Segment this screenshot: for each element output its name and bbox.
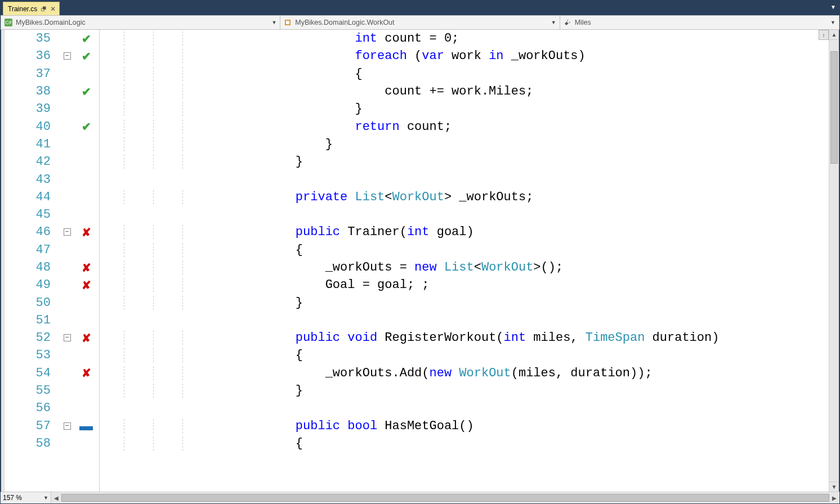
coverage-gutter: ✔ <box>75 120 97 133</box>
code-line[interactable]: 46−✘ public Trainer(int goal) <box>5 223 829 241</box>
code-text[interactable]: foreach (var work in _workOuts) <box>97 49 586 63</box>
collapse-icon[interactable]: − <box>64 422 71 430</box>
code-line[interactable]: 44 private List<WorkOut> _workOuts; <box>5 188 829 206</box>
code-text[interactable]: Goal = goal; ; <box>97 278 430 292</box>
scroll-track[interactable] <box>829 40 839 482</box>
coverage-gutter: ✘ <box>75 226 97 239</box>
line-number: 53 <box>5 348 59 362</box>
code-text[interactable]: } <box>97 137 333 151</box>
code-line[interactable]: 50 } <box>5 294 829 311</box>
scroll-down-icon[interactable]: ▼ <box>829 482 839 492</box>
horizontal-scrollbar[interactable]: ◀ ▶ <box>51 493 839 503</box>
coverage-gutter: ✔ <box>75 50 97 63</box>
collapse-icon[interactable]: − <box>64 52 71 60</box>
code-line[interactable]: 48✘ _workOuts = new List<WorkOut>(); <box>5 259 829 276</box>
scroll-thumb[interactable] <box>830 51 838 164</box>
collapse-icon[interactable]: − <box>64 228 71 236</box>
line-number: 39 <box>5 102 59 116</box>
editor-window: Trainer.cs ⮻ ✕ ▼ C# MyBikes.DomainLogic … <box>0 0 840 504</box>
coverage-gutter: ✘ <box>75 278 97 292</box>
code-line[interactable]: 42 } <box>5 153 829 170</box>
code-text[interactable]: int count = 0; <box>97 32 459 46</box>
code-line[interactable]: 40✔ return count; <box>5 118 829 135</box>
code-text[interactable]: } <box>97 102 363 116</box>
editor-area: ↕ 35✔ int count = 0;36−✔ foreach (var wo… <box>1 30 839 492</box>
code-line[interactable]: 53 { <box>5 346 829 364</box>
code-line[interactable]: 56 <box>5 399 829 417</box>
collapse-icon[interactable]: − <box>64 334 71 341</box>
hscroll-thumb[interactable] <box>61 494 829 502</box>
covered-icon: ✔ <box>82 85 91 98</box>
code-line[interactable]: 43 <box>5 170 829 188</box>
code-editor[interactable]: ↕ 35✔ int count = 0;36−✔ foreach (var wo… <box>5 30 829 492</box>
line-number: 45 <box>5 208 59 222</box>
not-covered-icon: ✘ <box>82 261 91 274</box>
outline-gutter[interactable]: − <box>59 52 75 60</box>
code-text[interactable]: private List<WorkOut> _workOuts; <box>97 190 533 204</box>
vertical-scrollbar[interactable]: ▲ ▼ <box>829 30 839 492</box>
outline-gutter[interactable]: − <box>59 422 75 430</box>
tab-menu-dropdown-icon[interactable]: ▼ <box>830 4 836 10</box>
code-text[interactable]: public Trainer(int goal) <box>97 225 474 239</box>
code-text[interactable]: _workOuts.Add(new WorkOut(miles, duratio… <box>97 366 653 380</box>
member-dropdown[interactable]: Miles ▼ <box>560 16 839 29</box>
code-line[interactable]: 37 { <box>5 65 829 83</box>
line-number: 57 <box>5 419 59 433</box>
code-line[interactable]: 49✘ Goal = goal; ; <box>5 276 829 294</box>
line-number: 37 <box>5 67 59 81</box>
scroll-right-icon[interactable]: ▶ <box>829 493 839 503</box>
code-text[interactable]: { <box>97 348 303 362</box>
code-line[interactable]: 35✔ int count = 0; <box>5 30 829 47</box>
zoom-dropdown[interactable]: 157 % ▼ <box>1 492 51 503</box>
code-line[interactable]: 38✔ count += work.Miles; <box>5 83 829 100</box>
not-covered-icon: ✘ <box>82 366 91 380</box>
file-tab[interactable]: Trainer.cs ⮻ ✕ <box>3 2 60 15</box>
code-text[interactable]: } <box>97 384 303 398</box>
code-line[interactable]: 41 } <box>5 136 829 153</box>
not-covered-icon: ✘ <box>82 278 91 292</box>
code-line[interactable]: 52−✘ public void RegisterWorkout(int mil… <box>5 329 829 346</box>
code-line[interactable]: 58 { <box>5 435 829 452</box>
code-line[interactable]: 39 } <box>5 100 829 118</box>
scroll-left-icon[interactable]: ◀ <box>51 493 61 503</box>
code-line[interactable]: 45 <box>5 206 829 223</box>
hscroll-track[interactable] <box>61 493 829 503</box>
code-text[interactable]: public void RegisterWorkout(int miles, T… <box>97 331 719 345</box>
code-lines[interactable]: 35✔ int count = 0;36−✔ foreach (var work… <box>5 30 829 492</box>
code-line[interactable]: 51 <box>5 312 829 329</box>
coverage-gutter: ✔ <box>75 85 97 98</box>
code-text[interactable]: { <box>97 67 363 81</box>
scroll-up-icon[interactable]: ▲ <box>829 30 839 40</box>
code-line[interactable]: 55 } <box>5 382 829 399</box>
code-text[interactable]: } <box>97 296 303 310</box>
tab-title: Trainer.cs <box>8 5 37 13</box>
namespace-dropdown[interactable]: C# MyBikes.DomainLogic ▼ <box>1 16 280 29</box>
code-line[interactable]: 36−✔ foreach (var work in _workOuts) <box>5 47 829 65</box>
class-dropdown[interactable]: MyBikes.DomainLogic.WorkOut ▼ <box>280 16 560 29</box>
code-text[interactable]: { <box>97 436 303 451</box>
close-icon[interactable]: ✕ <box>50 5 56 13</box>
line-number: 54 <box>5 366 59 380</box>
line-number: 47 <box>5 243 59 257</box>
code-text[interactable]: public bool HasMetGoal() <box>97 419 474 433</box>
line-number: 46 <box>5 225 59 239</box>
coverage-gutter: ✘ <box>75 366 97 380</box>
code-text[interactable]: { <box>97 243 303 257</box>
line-number: 58 <box>5 436 59 451</box>
code-text[interactable]: } <box>97 155 303 169</box>
outline-gutter[interactable]: − <box>59 334 75 341</box>
code-line[interactable]: 47 { <box>5 241 829 259</box>
code-text[interactable]: count += work.Miles; <box>97 84 533 98</box>
code-text[interactable]: _workOuts = new List<WorkOut>(); <box>97 260 563 274</box>
code-line[interactable]: 54✘ _workOuts.Add(new WorkOut(miles, dur… <box>5 364 829 382</box>
split-window-icon[interactable]: ↕ <box>819 30 829 40</box>
member-label: Miles <box>575 19 591 26</box>
code-text[interactable]: return count; <box>97 120 452 134</box>
tab-strip: Trainer.cs ⮻ ✕ ▼ <box>1 1 839 15</box>
covered-icon: ✔ <box>82 120 91 133</box>
pin-icon[interactable]: ⮻ <box>41 6 47 12</box>
outline-gutter[interactable]: − <box>59 228 75 236</box>
covered-icon: ✔ <box>82 50 91 63</box>
line-number: 38 <box>5 84 59 98</box>
code-line[interactable]: 57−▬ public bool HasMetGoal() <box>5 417 829 435</box>
